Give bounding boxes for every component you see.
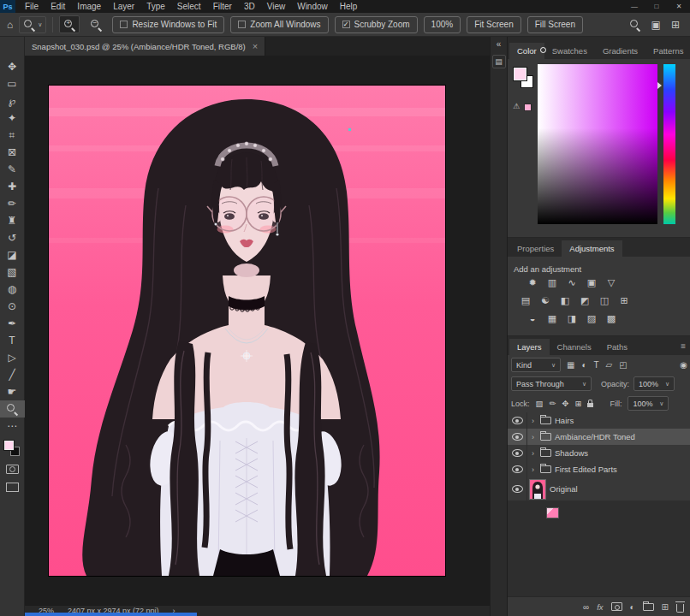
adj-selective-color-icon[interactable]: ▩: [605, 313, 617, 324]
menu-type[interactable]: Type: [140, 0, 171, 13]
type-tool[interactable]: T: [0, 332, 25, 349]
crop-tool[interactable]: ⌗: [0, 127, 25, 144]
adj-levels-icon[interactable]: ▥: [546, 277, 558, 288]
lock-pixels-icon[interactable]: ✏: [550, 399, 556, 408]
tab-swatches[interactable]: Swatches: [544, 43, 595, 59]
dodge-tool[interactable]: ⊙: [0, 298, 25, 315]
kind-dropdown[interactable]: Kind ∨: [511, 358, 561, 372]
saturation-brightness-field[interactable]: [538, 64, 657, 224]
fill-dropdown[interactable]: 100% ∨: [628, 396, 669, 411]
quick-mask-icon[interactable]: [6, 465, 19, 474]
lock-all-icon[interactable]: [587, 403, 593, 407]
tab-channels[interactable]: Channels: [550, 339, 599, 355]
hue-slider-arrow[interactable]: [657, 82, 662, 89]
menu-filter[interactable]: Filter: [207, 0, 238, 13]
adj-gradient-map-icon[interactable]: ▨: [586, 313, 598, 324]
layer-row-shadows[interactable]: › Shadows: [508, 445, 690, 461]
filter-shape-icon[interactable]: ▱: [606, 360, 613, 370]
collapsed-panel-icon[interactable]: ▤: [492, 55, 506, 68]
visibility-toggle[interactable]: [508, 429, 527, 445]
history-brush-tool[interactable]: ↺: [0, 229, 25, 246]
adj-hue-saturation-icon[interactable]: ▤: [520, 295, 532, 306]
filter-type-icon[interactable]: T: [594, 360, 599, 370]
move-tool[interactable]: ✥: [0, 58, 25, 75]
lock-position-icon[interactable]: ✥: [562, 399, 568, 408]
path-selection-tool[interactable]: ▷: [0, 349, 25, 366]
opacity-dropdown[interactable]: 100% ∨: [633, 376, 675, 391]
adj-photo-filter-icon[interactable]: ◩: [579, 295, 591, 306]
adj-color-balance-icon[interactable]: ☯: [539, 295, 551, 306]
clone-stamp-tool[interactable]: ♜: [0, 212, 25, 229]
menu-image[interactable]: Image: [71, 0, 107, 13]
fill-screen-button[interactable]: Fill Screen: [527, 16, 583, 33]
lock-transparent-icon[interactable]: ▨: [536, 399, 544, 408]
adj-vibrance-icon[interactable]: ▽: [605, 277, 617, 288]
brush-tool[interactable]: ✏: [0, 195, 25, 212]
foreground-background-swatches[interactable]: [3, 440, 21, 457]
zoom-all-windows-checkbox[interactable]: Zoom All Windows: [230, 16, 328, 33]
filter-pixel-icon[interactable]: ▦: [567, 360, 574, 370]
new-layer-icon[interactable]: ⊞: [662, 602, 669, 612]
lasso-tool[interactable]: ℘: [0, 92, 25, 110]
adj-curves-icon[interactable]: ∿: [566, 277, 578, 288]
adj-exposure-icon[interactable]: ▣: [586, 277, 598, 288]
menu-window[interactable]: Window: [291, 0, 334, 13]
menu-3d[interactable]: 3D: [238, 0, 261, 13]
search-icon[interactable]: [629, 19, 641, 31]
group-chevron-icon[interactable]: ›: [527, 433, 538, 441]
tab-paths[interactable]: Paths: [599, 339, 635, 355]
delete-layer-icon[interactable]: [676, 604, 684, 613]
eraser-tool[interactable]: ◪: [0, 246, 25, 264]
screen-mode-icon[interactable]: [6, 483, 19, 492]
pen-tool[interactable]: ✒: [0, 315, 25, 332]
resize-windows-checkbox[interactable]: Resize Windows to Fit: [112, 16, 224, 33]
menu-file[interactable]: File: [19, 0, 45, 13]
menu-layer[interactable]: Layer: [107, 0, 140, 13]
arrange-icon[interactable]: ⊞: [671, 19, 680, 31]
adj-invert-icon[interactable]: ◒: [526, 313, 538, 324]
link-layers-icon[interactable]: ∞: [583, 602, 589, 612]
panel-menu-icon[interactable]: ≡: [681, 341, 686, 351]
tab-color[interactable]: Color: [509, 43, 544, 59]
filter-adjustment-icon[interactable]: ◐: [581, 360, 586, 370]
shape-tool[interactable]: ╱: [0, 366, 25, 383]
group-chevron-icon[interactable]: ›: [527, 449, 538, 458]
filter-smart-object-icon[interactable]: ◰: [619, 360, 627, 370]
home-icon[interactable]: ⌂: [7, 19, 13, 31]
zoom-100-button[interactable]: 100%: [424, 16, 461, 33]
adj-color-lookup-icon[interactable]: ⊞: [618, 295, 630, 306]
edit-toolbar-button[interactable]: ⋯: [0, 418, 25, 435]
frame-tool[interactable]: ⊠: [0, 144, 25, 161]
visibility-toggle[interactable]: [508, 412, 527, 429]
zoom-out-button[interactable]: −: [86, 15, 106, 33]
visibility-toggle[interactable]: [508, 445, 527, 461]
tab-patterns[interactable]: Patterns: [645, 43, 690, 59]
workspace-icon[interactable]: ▣: [651, 19, 661, 31]
layer-effects-icon[interactable]: fx: [597, 602, 603, 612]
adj-threshold-icon[interactable]: ◨: [566, 313, 578, 324]
new-adjustment-layer-icon[interactable]: ◐: [630, 602, 635, 612]
group-chevron-icon[interactable]: ›: [527, 417, 538, 425]
filter-toggle-icon[interactable]: ◉: [680, 360, 687, 370]
gradient-tool[interactable]: ▧: [0, 264, 25, 281]
group-chevron-icon[interactable]: ›: [527, 465, 538, 474]
adj-channel-mixer-icon[interactable]: ◫: [598, 295, 610, 306]
tab-gradients[interactable]: Gradients: [595, 43, 645, 59]
lock-artboard-icon[interactable]: ⊞: [574, 399, 581, 408]
visibility-toggle[interactable]: [508, 461, 527, 477]
hue-slider[interactable]: [663, 64, 675, 224]
layer-row-first-edited-parts[interactable]: › First Edited Parts: [508, 461, 690, 477]
fit-screen-button[interactable]: Fit Screen: [467, 16, 521, 33]
blur-tool[interactable]: ◍: [0, 281, 25, 298]
blend-mode-dropdown[interactable]: Pass Through ∨: [511, 376, 592, 391]
canvas-artwork[interactable]: [49, 86, 445, 576]
adj-black-white-icon[interactable]: ◧: [559, 295, 571, 306]
menu-select[interactable]: Select: [171, 0, 207, 13]
menu-help[interactable]: Help: [334, 0, 364, 13]
document-tab[interactable]: Snapshot_030.psd @ 25% (Ambiance/HDR Ton…: [25, 37, 265, 56]
adj-brightness-contrast-icon[interactable]: ✹: [526, 277, 538, 288]
tab-layers[interactable]: Layers: [509, 339, 550, 355]
foreground-color-swatch[interactable]: [514, 68, 526, 80]
close-button[interactable]: ✕: [668, 0, 690, 13]
adj-posterize-icon[interactable]: ▦: [546, 313, 558, 324]
